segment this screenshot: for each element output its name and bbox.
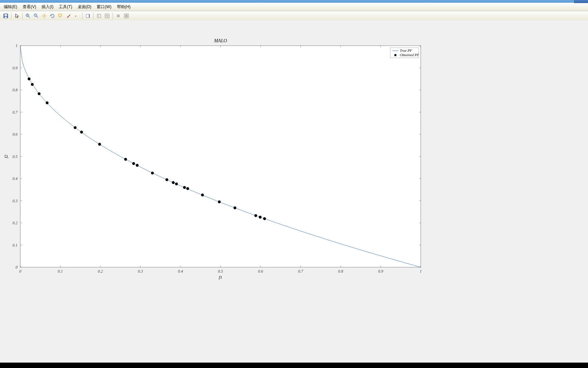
svg-text:0.5: 0.5 <box>13 154 18 159</box>
svg-line-11 <box>68 15 70 17</box>
svg-point-93 <box>28 77 30 80</box>
svg-text:0.2: 0.2 <box>13 221 18 225</box>
menu-tools[interactable]: 工具(T) <box>56 3 75 10</box>
window-controls[interactable] <box>574 0 588 3</box>
figure-canvas[interactable]: 00.10.20.30.40.50.60.70.80.9100.10.20.30… <box>0 20 588 363</box>
svg-text:0.4: 0.4 <box>13 176 18 181</box>
svg-rect-22 <box>125 15 128 17</box>
titlebar <box>0 0 588 3</box>
pointer-button[interactable] <box>13 12 21 20</box>
menu-desktop[interactable]: 桌面(D) <box>75 3 94 10</box>
datatip-button[interactable] <box>56 12 65 20</box>
svg-text:0.7: 0.7 <box>298 269 303 274</box>
link-button[interactable]: ▼ <box>73 12 81 20</box>
svg-text:0.1: 0.1 <box>58 269 63 274</box>
colorbar-button[interactable] <box>84 12 92 20</box>
svg-text:f2: f2 <box>3 155 8 158</box>
axes[interactable]: 00.10.20.30.40.50.60.70.80.9100.10.20.30… <box>0 20 473 308</box>
zoom-out-button[interactable] <box>32 12 40 20</box>
save-button[interactable] <box>2 12 10 20</box>
brush-button[interactable] <box>65 12 73 20</box>
expand-axes-button[interactable] <box>122 12 130 20</box>
svg-rect-20 <box>117 15 120 17</box>
svg-point-98 <box>80 131 83 133</box>
svg-text:f1: f1 <box>219 275 222 280</box>
svg-point-94 <box>31 83 33 86</box>
svg-line-8 <box>36 16 38 18</box>
svg-text:MALO: MALO <box>214 38 227 43</box>
pan-button[interactable] <box>40 12 48 20</box>
toolbar: ▼ <box>0 11 588 21</box>
dock-button[interactable] <box>95 12 103 20</box>
svg-point-102 <box>136 164 139 167</box>
svg-point-112 <box>254 214 257 217</box>
svg-text:0.8: 0.8 <box>13 88 18 92</box>
svg-point-97 <box>74 126 76 129</box>
svg-point-95 <box>38 92 40 95</box>
svg-point-100 <box>124 158 127 161</box>
svg-line-4 <box>28 16 30 18</box>
svg-text:0: 0 <box>16 265 18 270</box>
svg-text:0.3: 0.3 <box>138 269 143 274</box>
menu-edit[interactable]: 编辑(E) <box>1 3 20 10</box>
svg-text:0.6: 0.6 <box>258 269 263 274</box>
svg-text:0.6: 0.6 <box>13 132 18 137</box>
svg-point-109 <box>201 193 204 196</box>
svg-text:Obtained PF: Obtained PF <box>400 53 419 57</box>
menu-view[interactable]: 查看(V) <box>20 3 39 10</box>
svg-point-111 <box>234 206 236 209</box>
svg-point-114 <box>263 217 266 220</box>
svg-point-106 <box>175 183 178 185</box>
menu-window[interactable]: 窗口(W) <box>94 3 114 10</box>
svg-point-108 <box>186 187 189 190</box>
svg-point-103 <box>151 171 154 174</box>
svg-point-110 <box>218 201 221 203</box>
svg-text:1: 1 <box>16 43 18 48</box>
svg-point-101 <box>132 162 135 165</box>
zoom-in-button[interactable] <box>24 12 32 20</box>
svg-text:0.2: 0.2 <box>98 269 103 274</box>
svg-text:0.8: 0.8 <box>338 269 343 274</box>
svg-text:0.9: 0.9 <box>13 66 18 70</box>
svg-rect-23 <box>20 46 421 267</box>
svg-rect-14 <box>89 14 90 18</box>
matlab-figure-window: 编辑(E) 查看(V) 插入(I) 工具(T) 桌面(D) 窗口(W) 帮助(H… <box>0 0 588 363</box>
menu-help[interactable]: 帮助(H) <box>114 3 133 10</box>
svg-point-99 <box>98 143 101 145</box>
svg-point-118 <box>394 54 396 56</box>
menubar: 编辑(E) 查看(V) 插入(I) 工具(T) 桌面(D) 窗口(W) 帮助(H… <box>0 3 588 11</box>
svg-text:0.3: 0.3 <box>13 199 18 203</box>
svg-point-105 <box>172 181 174 184</box>
svg-rect-2 <box>5 17 7 18</box>
svg-point-104 <box>166 178 168 181</box>
svg-text:0: 0 <box>19 269 21 274</box>
svg-rect-16 <box>97 14 99 18</box>
layout-button[interactable] <box>103 12 111 20</box>
svg-text:0.5: 0.5 <box>218 269 223 274</box>
svg-text:1: 1 <box>420 269 422 274</box>
svg-point-107 <box>183 186 186 189</box>
reset-view-button[interactable] <box>114 12 122 20</box>
svg-text:▼: ▼ <box>75 15 77 17</box>
svg-text:0.4: 0.4 <box>178 269 183 274</box>
svg-point-96 <box>46 101 48 104</box>
svg-rect-10 <box>58 14 62 16</box>
svg-text:0.1: 0.1 <box>13 243 18 248</box>
rotate-button[interactable] <box>48 12 56 20</box>
svg-rect-1 <box>4 14 7 16</box>
svg-text:0.7: 0.7 <box>13 110 18 115</box>
svg-point-113 <box>259 216 262 218</box>
svg-text:True PF: True PF <box>400 48 412 52</box>
menu-insert[interactable]: 插入(I) <box>39 3 56 10</box>
svg-text:0.9: 0.9 <box>378 269 383 274</box>
